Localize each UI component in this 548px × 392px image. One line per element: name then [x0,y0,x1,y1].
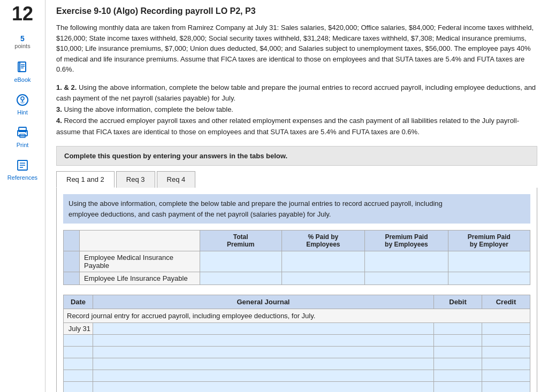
journal-credit-1[interactable] [482,323,530,335]
journal-debit-1-input[interactable] [437,325,478,333]
journal-general-1[interactable] [93,323,434,335]
ins-row-medical-index [64,251,80,272]
journal-general-2[interactable] [93,335,434,347]
ins-er-life[interactable] [448,272,530,285]
instruction-1-num: 1. & 2. [56,83,77,91]
journal-header-credit: Credit [482,295,530,309]
journal-table: Date General Journal Debit Credit Record… [63,295,530,392]
insurance-table: TotalPremium % Paid byEmployees Premium … [63,230,530,285]
ins-pct-life-input[interactable] [286,274,361,282]
ins-row-medical: Employee Medical Insurance Payable [64,251,530,272]
ins-header-premium-employees: Premium Paidby Employees [365,230,448,251]
journal-header-general: General Journal [93,295,434,309]
journal-date-6 [64,382,93,392]
sidebar-item-references[interactable]: References [7,158,37,181]
sidebar-item-print[interactable]: Print [15,125,30,148]
ins-pct-medical[interactable] [281,251,365,272]
journal-date-3 [64,347,93,358]
complete-prompt: Complete this question by entering your … [56,146,537,166]
tab-content-req1and2: Using the above information, complete th… [56,188,537,392]
sidebar-item-ebook[interactable]: eBook [14,60,31,83]
ins-header-pct-paid: % Paid byEmployees [281,230,365,251]
sidebar-item-hint[interactable]: Hint [15,93,30,116]
journal-general-4-input[interactable] [96,360,430,368]
journal-debit-6-input[interactable] [437,383,478,391]
journal-row-5 [64,370,530,382]
ins-row-life-index [64,272,80,285]
instruction-3-num: 3. [56,105,62,113]
journal-credit-4[interactable] [482,358,530,370]
journal-credit-2-input[interactable] [485,336,527,344]
journal-row-6 [64,382,530,392]
instruction-1-text: Using the above information, complete th… [56,83,536,103]
references-label: References [7,174,37,181]
ins-header-premium-employer: Premium Paidby Employer [448,230,530,251]
journal-debit-4[interactable] [434,358,482,370]
svg-point-11 [25,132,26,133]
problem-number: 12 [12,4,33,24]
instruction-4-num: 4. [56,117,62,125]
ins-emp-life-input[interactable] [369,274,444,282]
ins-pct-medical-input[interactable] [286,258,361,266]
journal-credit-6-input[interactable] [485,383,527,391]
ins-total-medical-input[interactable] [204,258,277,266]
journal-credit-4-input[interactable] [485,360,527,368]
journal-header-date: Date [64,295,93,309]
journal-credit-1-input[interactable] [485,325,527,333]
ins-er-medical[interactable] [448,251,530,272]
journal-general-5-input[interactable] [96,372,430,380]
ins-total-life[interactable] [200,272,281,285]
journal-debit-6[interactable] [434,382,482,392]
tab-instruction: Using the above information, complete th… [63,194,530,224]
journal-record-label-row: Record journal entry for accrued payroll… [64,309,530,323]
tab-req3[interactable]: Req 3 [116,171,155,188]
ins-label-medical: Employee Medical Insurance Payable [80,251,200,272]
journal-credit-5-input[interactable] [485,372,527,380]
journal-debit-2-input[interactable] [437,336,478,344]
tab-req1and2[interactable]: Req 1 and 2 [56,171,115,188]
tab-bar: Req 1 and 2 Req 3 Req 4 [56,171,537,188]
journal-row-3 [64,347,530,358]
journal-debit-3-input[interactable] [437,348,478,356]
journal-credit-3[interactable] [482,347,530,358]
journal-general-6-input[interactable] [96,383,430,391]
sidebar: 12 5 points eBook Hint [0,0,45,392]
journal-credit-2[interactable] [482,335,530,347]
journal-general-4[interactable] [93,358,434,370]
journal-general-6[interactable] [93,382,434,392]
journal-debit-1[interactable] [434,323,482,335]
ins-pct-life[interactable] [281,272,365,285]
journal-general-3[interactable] [93,347,434,358]
ins-header-empty2 [80,230,200,251]
print-icon [15,125,30,140]
points-value: 5 [20,34,25,43]
ins-emp-medical[interactable] [365,251,448,272]
journal-debit-2[interactable] [434,335,482,347]
ins-total-medical[interactable] [200,251,281,272]
ebook-label: eBook [14,76,31,83]
ins-er-medical-input[interactable] [453,258,526,266]
tab-req4[interactable]: Req 4 [157,171,196,188]
exercise-instructions: 1. & 2. Using the above information, com… [56,82,537,138]
references-icon [15,158,30,173]
journal-general-1-input[interactable] [96,325,430,333]
journal-row-2 [64,335,530,347]
journal-debit-4-input[interactable] [437,360,478,368]
ins-emp-life[interactable] [365,272,448,285]
hint-label: Hint [17,109,28,116]
ins-er-life-input[interactable] [453,274,526,282]
journal-general-3-input[interactable] [96,348,430,356]
journal-credit-3-input[interactable] [485,348,527,356]
instruction-3-text: Using the above information, complete th… [62,105,233,113]
journal-debit-5[interactable] [434,370,482,382]
instruction-4-text: Record the accrued employer payroll taxe… [56,117,519,136]
ins-emp-medical-input[interactable] [369,258,444,266]
journal-credit-6[interactable] [482,382,530,392]
journal-general-2-input[interactable] [96,336,430,344]
journal-debit-5-input[interactable] [437,372,478,380]
journal-debit-3[interactable] [434,347,482,358]
exercise-title: Exercise 9-10 (Algo) Recording payroll L… [56,6,537,16]
ins-total-life-input[interactable] [204,274,277,282]
journal-general-5[interactable] [93,370,434,382]
journal-credit-5[interactable] [482,370,530,382]
